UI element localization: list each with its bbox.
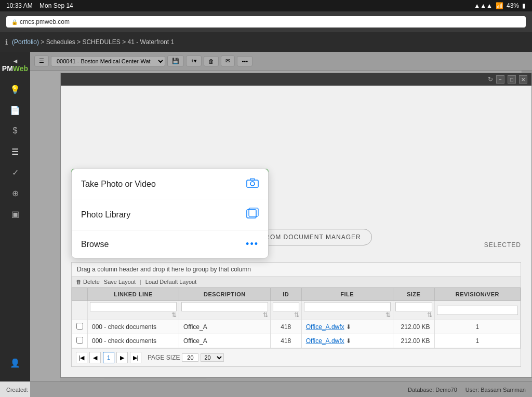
trash-icon: 🗑: [76, 279, 82, 285]
restore-btn[interactable]: □: [508, 75, 516, 84]
breadcrumb-schedules: Schedules: [46, 38, 75, 46]
main-layout: ◀ PMWeb 💡 📄 $ ☰ ✓ ⊕ ▣ 👤 ↪ ☰ 000041 - Bos…: [0, 52, 532, 397]
page-size-select[interactable]: 20 50 100: [201, 353, 224, 362]
sidebar-item-dollar[interactable]: $: [5, 121, 25, 140]
filter-checkbox: [72, 301, 88, 320]
filter-description[interactable]: ⇅: [179, 301, 270, 320]
svg-rect-2: [250, 179, 255, 180]
sidebar-item-document[interactable]: 📄: [5, 101, 25, 119]
refresh-icon[interactable]: ↻: [488, 76, 493, 83]
row1-revision: 1: [434, 320, 520, 334]
minimize-btn[interactable]: −: [496, 75, 504, 84]
first-page-btn[interactable]: |◀: [76, 352, 87, 363]
sidebar-item-list[interactable]: ☰: [5, 142, 25, 161]
grid-table: LINKED LINE DESCRIPTION ID FILE SIZE REV…: [72, 288, 521, 348]
date: Mon Sep 14: [39, 2, 73, 9]
grid-section: Drag a column header and drop it here to…: [71, 262, 521, 367]
delete-layout-btn[interactable]: 🗑 Delete: [76, 279, 100, 285]
upload-dropdown: Take Photo or Video Photo Library: [71, 169, 269, 258]
app-logo: ◀ PMWeb: [2, 56, 28, 73]
sidebar-item-lightbulb[interactable]: 💡: [5, 80, 25, 99]
last-page-btn[interactable]: ▶|: [130, 352, 141, 363]
row2-id: 418: [270, 334, 301, 348]
take-photo-label: Take Photo or Video: [81, 180, 156, 189]
modal-window: ↻ − □ ✕ Take Photo or Video: [60, 73, 532, 378]
row2-linked-line: 000 - check documents: [88, 334, 179, 348]
filter-revision[interactable]: [434, 301, 520, 320]
download-icon-2[interactable]: ⬇: [346, 337, 351, 345]
row1-id: 418: [270, 320, 301, 334]
col-id: ID: [270, 288, 301, 301]
separator: |: [140, 279, 141, 285]
modal-body: Take Photo or Video Photo Library: [61, 86, 531, 377]
sidebar-item-box[interactable]: ▣: [5, 204, 25, 223]
grid-toolbar: 🗑 Delete Save Layout | Load Default Layo…: [72, 277, 521, 288]
breadcrumb-sep2: >: [77, 38, 82, 46]
take-photo-item[interactable]: Take Photo or Video: [72, 169, 268, 199]
browser-chrome: 🔒 cmcs.pmweb.com: [0, 11, 532, 32]
row2-size: 212.00 KB: [393, 334, 434, 348]
filter-linked-line[interactable]: ⇅: [88, 301, 179, 320]
row1-size: 212.00 KB: [393, 320, 434, 334]
table-row: 000 - check documents Office_A 418 Offic…: [72, 334, 521, 348]
prev-page-btn[interactable]: ◀: [89, 352, 101, 363]
lock-icon: 🔒: [11, 19, 18, 25]
filter-id[interactable]: ⇅: [270, 301, 301, 320]
filter-row: ⇅ ⇅ ⇅ ⇅ ⇅: [72, 301, 521, 320]
table-row: 000 - check documents Office_A 418 Offic…: [72, 320, 521, 334]
download-icon[interactable]: ⬇: [346, 323, 351, 331]
upload-section: Take Photo or Video Photo Library: [71, 169, 521, 221]
next-page-btn[interactable]: ▶: [116, 352, 128, 363]
load-default-layout-btn[interactable]: Load Default Layout: [145, 279, 196, 285]
breadcrumb-schedules-upper: SCHEDULES: [82, 38, 120, 46]
sidebar-item-user[interactable]: 👤: [5, 353, 25, 372]
close-btn[interactable]: ✕: [519, 75, 527, 84]
sidebar-item-globe[interactable]: ⊕: [5, 184, 25, 202]
selected-label: SELECTED: [484, 241, 521, 249]
row1-linked-line: 000 - check documents: [88, 320, 179, 334]
row2-checkbox[interactable]: [72, 334, 88, 348]
row2-description: Office_A: [179, 334, 270, 348]
svg-point-1: [250, 182, 255, 186]
sidebar: ◀ PMWeb 💡 📄 $ ☰ ✓ ⊕ ▣ 👤 ↪: [0, 52, 30, 397]
app-header: ℹ (Portfolio) > Schedules > SCHEDULES > …: [0, 32, 532, 52]
sidebar-item-check[interactable]: ✓: [5, 163, 25, 182]
url-text: cmcs.pmweb.com: [20, 18, 70, 25]
time: 10:33 AM: [6, 2, 33, 9]
page-size-input[interactable]: 20: [182, 353, 198, 362]
filter-file[interactable]: ⇅: [301, 301, 393, 320]
camera-icon: [246, 177, 259, 190]
modal-titlebar: ↻ − □ ✕: [61, 73, 531, 86]
col-size: SIZE: [393, 288, 434, 301]
status-bar: 10:33 AM Mon Sep 14 ▲▲▲ 📶 43% ▮: [0, 0, 532, 11]
row1-description: Office_A: [179, 320, 270, 334]
row2-revision: 1: [434, 334, 520, 348]
pagination: |◀ ◀ 1 ▶ ▶| PAGE SIZE 20 20 50 100: [72, 348, 521, 366]
row1-checkbox[interactable]: [72, 320, 88, 334]
svg-rect-3: [247, 210, 256, 218]
row1-file[interactable]: Office_A.dwfx ⬇: [301, 320, 393, 334]
breadcrumb-sep1: >: [41, 38, 46, 46]
browse-item[interactable]: Browse •••: [72, 230, 268, 258]
breadcrumb-sep3: >: [122, 38, 127, 46]
battery-percent: 43%: [507, 2, 519, 9]
page-size-label: PAGE SIZE: [148, 354, 180, 361]
col-linked-line: LINKED LINE: [88, 288, 179, 301]
col-checkbox: [72, 288, 88, 301]
breadcrumb: (Portfolio) > Schedules > SCHEDULES > 41…: [12, 38, 174, 46]
delete-label: Delete: [83, 279, 100, 285]
battery-icon: ▮: [522, 2, 526, 9]
col-description: DESCRIPTION: [179, 288, 270, 301]
browse-dots-icon: •••: [246, 239, 259, 250]
url-bar[interactable]: 🔒 cmcs.pmweb.com: [6, 16, 526, 28]
col-file: FILE: [301, 288, 393, 301]
info-icon: ℹ: [5, 38, 8, 46]
svg-rect-0: [247, 180, 258, 187]
grid-drag-header: Drag a column header and drop it here to…: [72, 263, 521, 277]
row2-file[interactable]: Office_A.dwfx ⬇: [301, 334, 393, 348]
filter-size[interactable]: ⇅: [393, 301, 434, 320]
breadcrumb-portfolio[interactable]: (Portfolio): [12, 38, 39, 46]
photo-library-item[interactable]: Photo Library: [72, 199, 268, 230]
save-layout-btn[interactable]: Save Layout: [104, 279, 136, 285]
current-page: 1: [103, 352, 114, 363]
